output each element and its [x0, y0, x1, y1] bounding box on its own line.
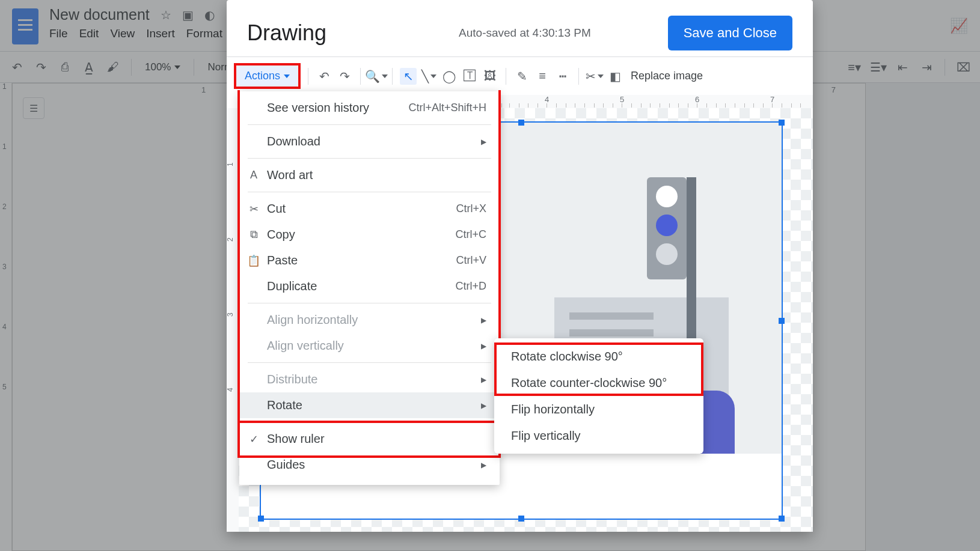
- autosave-status: Auto-saved at 4:30:13 PM: [459, 26, 591, 40]
- submenu-rotate-cw[interactable]: Rotate clockwise 90°: [494, 343, 703, 370]
- menu-paste[interactable]: 📋 PasteCtrl+V: [239, 248, 500, 273]
- redo-icon[interactable]: ↷: [336, 68, 353, 85]
- submenu-flip-v[interactable]: Flip vertically: [494, 422, 703, 449]
- menu-duplicate[interactable]: DuplicateCtrl+D: [239, 273, 500, 299]
- menu-rotate[interactable]: Rotate▶: [239, 392, 500, 418]
- drawing-vruler: 1 2 3 4: [227, 108, 239, 532]
- menu-copy[interactable]: ⧉ CopyCtrl+C: [239, 222, 500, 248]
- menu-download[interactable]: Download▶: [239, 129, 500, 154]
- menu-distribute: Distribute▶: [239, 367, 500, 392]
- menu-see-version-history[interactable]: See version history Ctrl+Alt+Shift+H: [239, 95, 500, 121]
- border-weight-icon[interactable]: ≡: [534, 68, 551, 85]
- check-icon: ✓: [247, 433, 261, 446]
- menu-show-ruler[interactable]: ✓ Show ruler: [239, 426, 500, 452]
- drawing-title: Drawing: [247, 20, 326, 46]
- submenu-rotate-ccw[interactable]: Rotate counter-clockwise 90°: [494, 370, 703, 396]
- undo-icon[interactable]: ↶: [316, 68, 332, 85]
- menu-align-vertical: Align vertically▶: [239, 333, 500, 359]
- paste-icon: 📋: [247, 254, 261, 267]
- border-color-icon[interactable]: ✎: [513, 68, 530, 85]
- select-tool-icon[interactable]: ↖: [400, 68, 417, 85]
- rotate-submenu: Rotate clockwise 90° Rotate counter-cloc…: [494, 338, 703, 454]
- menu-align-horizontal: Align horizontally▶: [239, 307, 500, 333]
- save-close-button[interactable]: Save and Close: [668, 16, 792, 50]
- zoom-icon[interactable]: 🔍: [368, 68, 385, 85]
- replace-image-button[interactable]: Replace image: [631, 70, 703, 82]
- menu-cut[interactable]: ✂ CutCtrl+X: [239, 196, 500, 222]
- image-tool-icon[interactable]: 🖼: [482, 68, 498, 85]
- line-tool-icon[interactable]: ╲: [420, 68, 437, 85]
- menu-guides[interactable]: Guides▶: [239, 452, 500, 478]
- drawing-toolbar: Actions ↶ ↷ 🔍 ↖ ╲ ◯ 🅃 🖼 ✎ ≡ ┅ ✂ ◧ Replac…: [227, 56, 813, 95]
- textbox-tool-icon[interactable]: 🅃: [461, 68, 478, 85]
- crop-icon[interactable]: ✂: [586, 68, 603, 85]
- mask-icon[interactable]: ◧: [607, 68, 623, 85]
- cut-icon: ✂: [247, 202, 261, 216]
- word-art-icon: A: [247, 169, 261, 181]
- border-dash-icon[interactable]: ┅: [554, 68, 571, 85]
- menu-word-art[interactable]: A Word art: [239, 162, 500, 188]
- shape-tool-icon[interactable]: ◯: [441, 68, 458, 85]
- submenu-flip-h[interactable]: Flip horizontally: [494, 396, 703, 422]
- actions-button[interactable]: Actions: [236, 65, 298, 87]
- copy-icon: ⧉: [247, 228, 261, 241]
- actions-menu: See version history Ctrl+Alt+Shift+H Dow…: [239, 91, 500, 485]
